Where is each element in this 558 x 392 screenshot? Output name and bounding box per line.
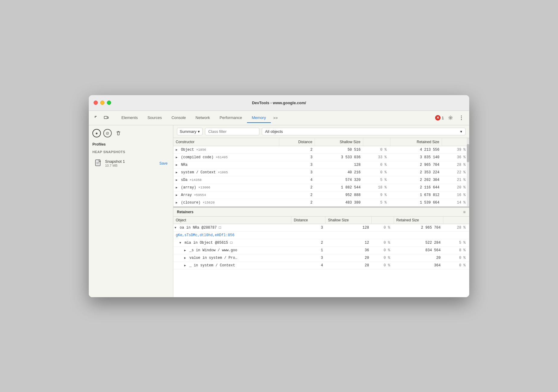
table-row[interactable]: gKe,sTsDMc,dtl0hd,eHDfl:856 <box>173 231 469 239</box>
col-distance[interactable]: Distance <box>279 138 315 146</box>
clear-button[interactable]: ⊘ <box>103 129 112 137</box>
expand-arrow[interactable]: ▶ <box>176 171 178 174</box>
snapshot-name: Snapshot 1 <box>105 159 157 164</box>
col-retained-pct <box>442 138 469 146</box>
constructor-name: sDa <box>181 178 188 182</box>
ret-col-shallow[interactable]: Shallow Size <box>326 217 371 224</box>
retainers-panel: Retainers ≡ Object Distance Shallow Size… <box>173 207 469 297</box>
expand-arrow[interactable]: ▶ <box>184 264 186 267</box>
objects-chevron-icon: ▾ <box>460 129 462 134</box>
retainers-menu-icon[interactable]: ≡ <box>463 210 466 214</box>
scrollbar-thumb[interactable] <box>467 144 469 162</box>
retained-pct-cell: 21 % <box>442 176 469 184</box>
tab-sources[interactable]: Sources <box>143 113 167 123</box>
expand-arrow[interactable]: ▶ <box>176 186 178 189</box>
cursor-icon[interactable] <box>92 114 101 122</box>
object-name: mia in Object @85615 □ <box>184 241 232 245</box>
settings-icon[interactable] <box>446 114 455 122</box>
tab-memory[interactable]: Memory <box>247 113 271 123</box>
col-shallow-size[interactable]: Shallow Size <box>315 138 363 146</box>
shallow-size-cell: 574 320 <box>315 176 363 184</box>
count-label: ×15620 <box>203 201 215 204</box>
ret-col-distance[interactable]: Distance <box>291 217 326 224</box>
link-text[interactable]: gKe,sTsDMc,dtl0hd,eHDfl:856 <box>176 233 234 237</box>
object-name: oa in NRa @208787 □ <box>180 226 221 230</box>
responsive-icon[interactable] <box>102 114 111 122</box>
record-button[interactable]: ● <box>92 129 101 137</box>
table-row[interactable]: ▶ Array ×59554 2 952 888 9 % 1 678 812 1… <box>173 191 469 199</box>
objects-select[interactable]: All objects ▾ <box>262 128 466 135</box>
object-cell: ▼ oa in NRa @208787 □ <box>173 224 291 231</box>
constructor-name: (compiled code) <box>181 155 213 159</box>
ret-col-retained[interactable]: Retained Size <box>394 217 443 224</box>
more-tabs-button[interactable]: >> <box>271 114 280 121</box>
table-row[interactable]: ▶ system / Context ×1065 3 40 216 0 % 2 … <box>173 169 469 176</box>
expand-arrow[interactable]: ▼ <box>175 226 176 230</box>
svg-rect-0 <box>95 116 95 117</box>
table-row[interactable]: ▼ oa in NRa @208787 □ 3 128 0 % 2 965 70… <box>173 224 469 231</box>
expand-arrow[interactable]: ▶ <box>176 163 178 167</box>
shallow-pct-cell: 0 % <box>371 254 394 262</box>
col-retained-size[interactable]: Retained Size <box>390 138 442 146</box>
table-row[interactable]: ▶ _ in system / Context 4 28 0 % 364 0 % <box>173 262 469 269</box>
retained-size-cell: 1 678 812 <box>390 191 442 199</box>
retained-size-cell: 2 202 304 <box>390 176 442 184</box>
table-row[interactable]: ▶ (array) ×13006 2 1 882 544 18 % 2 116 … <box>173 184 469 191</box>
table-row[interactable]: ▶ NRa 3 128 0 % 2 965 704 28 % <box>173 161 469 169</box>
table-row[interactable]: ▶ Object ×1856 2 50 516 0 % 4 213 556 39… <box>173 146 469 153</box>
expand-arrow[interactable]: ▶ <box>176 178 178 182</box>
col-constructor[interactable]: Constructor <box>173 138 279 146</box>
expand-arrow[interactable]: ▼ <box>179 241 181 245</box>
minimize-button[interactable] <box>100 101 104 105</box>
tab-performance[interactable]: Performance <box>215 113 247 123</box>
object-cell: ▼ mia in Object @85615 □ <box>173 239 291 246</box>
retained-size-cell: 2 965 704 <box>390 161 442 169</box>
table-row[interactable]: ▶ value in system / Pro… 3 20 0 % 20 0 % <box>173 254 469 262</box>
error-badge[interactable]: ✕ 1 <box>435 115 444 120</box>
constructor-name: (closure) <box>181 201 200 205</box>
retained-size-cell: 2 116 644 <box>390 184 442 191</box>
title-bar: DevTools - www.google.com/ <box>89 95 469 111</box>
link-cell[interactable]: gKe,sTsDMc,dtl0hd,eHDfl:856 <box>173 231 469 239</box>
object-name: _s in Window / www.goo <box>189 248 237 252</box>
shallow-pct-cell: 9 % <box>363 191 390 199</box>
constructor-name: (array) <box>181 185 196 190</box>
class-filter-input[interactable] <box>205 128 259 135</box>
constructor-cell: ▶ (array) ×13006 <box>173 184 279 191</box>
ret-col-object[interactable]: Object <box>173 217 291 224</box>
table-row[interactable]: ▼ mia in Object @85615 □ 2 12 0 % 522 28… <box>173 239 469 246</box>
panel-toolbar: Summary ▾ All objects ▾ <box>173 125 469 138</box>
menu-icon[interactable] <box>457 114 466 122</box>
svg-rect-2 <box>95 117 95 117</box>
tab-console[interactable]: Console <box>167 113 191 123</box>
svg-rect-6 <box>107 117 108 118</box>
tab-elements[interactable]: Elements <box>117 113 143 123</box>
trash-button[interactable] <box>114 129 123 137</box>
traffic-lights <box>94 101 111 105</box>
objects-label: All objects <box>265 129 283 134</box>
snapshot-item[interactable]: Snapshot 1 10.7 MB Save <box>92 157 169 169</box>
tab-network[interactable]: Network <box>191 113 215 123</box>
distance-cell: 2 <box>291 239 326 246</box>
summary-select[interactable]: Summary ▾ <box>177 128 203 135</box>
svg-rect-1 <box>95 116 96 117</box>
retained-pct-cell: 39 % <box>442 146 469 153</box>
save-link[interactable]: Save <box>159 161 168 165</box>
maximize-button[interactable] <box>107 101 111 105</box>
table-row[interactable]: ▶ (compiled code) ×61495 3 3 533 036 33 … <box>173 153 469 161</box>
table-row[interactable]: ▶ (closure) ×15620 2 483 380 5 % 1 539 6… <box>173 199 469 206</box>
svg-point-10 <box>461 119 462 120</box>
expand-arrow[interactable]: ▶ <box>176 148 178 152</box>
close-button[interactable] <box>94 101 98 105</box>
retained-size-cell: 2 353 224 <box>390 169 442 176</box>
expand-arrow[interactable]: ▶ <box>184 249 186 252</box>
expand-arrow[interactable]: ▶ <box>176 156 178 159</box>
table-row[interactable]: ▶ _s in Window / www.goo 1 36 0 % 834 56… <box>173 246 469 254</box>
expand-arrow[interactable]: ▶ <box>176 201 178 204</box>
expand-arrow[interactable]: ▶ <box>184 256 186 260</box>
scrollbar-track[interactable] <box>467 138 469 207</box>
shallow-pct-cell: 0 % <box>371 239 394 246</box>
expand-arrow[interactable]: ▶ <box>176 193 178 197</box>
table-row[interactable]: ▶ sDa ×14358 4 574 320 5 % 2 202 304 21 … <box>173 176 469 184</box>
retained-pct-cell: 0 % <box>443 254 469 262</box>
